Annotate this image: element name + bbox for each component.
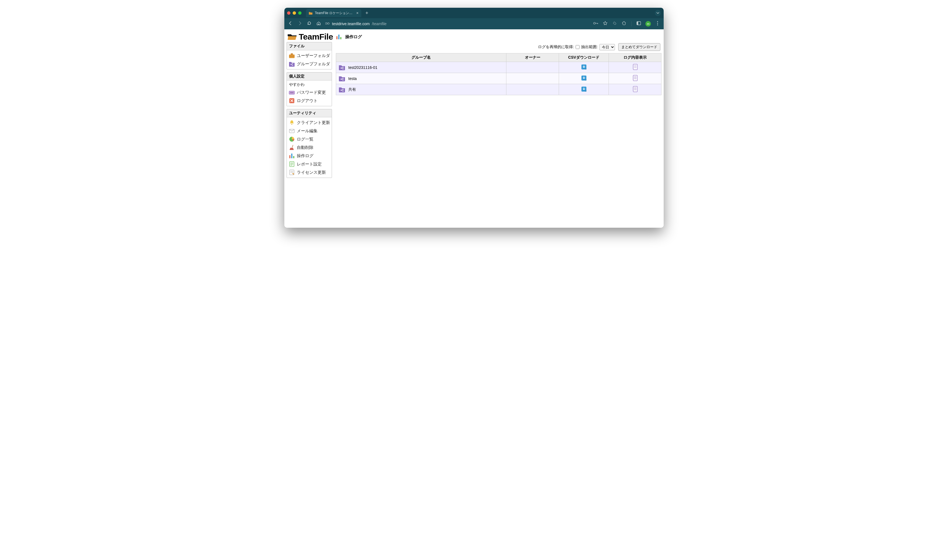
svg-rect-0 [325, 23, 327, 24]
th-log: ログ内容表示 [609, 54, 661, 62]
mail-icon [288, 128, 295, 134]
csv-download-button[interactable] [581, 64, 587, 70]
cell-group-name[interactable]: test20231116-01 [336, 62, 506, 73]
bell-icon [288, 119, 295, 126]
sidebar-item-label: ライセンス更新 [297, 170, 326, 175]
svg-point-51 [342, 79, 344, 80]
profile-avatar[interactable]: m [645, 21, 651, 26]
svg-point-38 [342, 67, 344, 68]
brand-text: TeamFile [299, 32, 333, 42]
sidebar-item-group-folder[interactable]: グループフォルダ [288, 60, 330, 68]
log-toolbar: ログを再帰的に取得: 抽出範囲: 今日 まとめてダウンロード [336, 42, 661, 53]
svg-rect-27 [289, 155, 290, 158]
range-select[interactable]: 今日 [600, 44, 615, 50]
site-info-icon[interactable] [325, 22, 330, 26]
th-owner: オーナー [506, 54, 559, 62]
sidebar-item-label: ユーザーフォルダ [297, 53, 330, 58]
brand-logo[interactable]: TeamFile [287, 32, 333, 42]
share-folder-icon [288, 61, 295, 67]
toolbar-right: m [593, 21, 660, 26]
tab-close-icon[interactable]: × [356, 11, 359, 15]
browser-toolbar: testdrive.teamfile.com/teamfile m [284, 18, 664, 29]
svg-point-62 [342, 89, 344, 90]
recursive-label: ログを再帰的に取得: [538, 45, 574, 49]
address-bar[interactable]: testdrive.teamfile.com/teamfile [325, 22, 387, 26]
utility-panel: ユーティリティ クライアント更新 メール編集 [287, 109, 332, 178]
browser-window: TeamFile ロケーションメニュー × + testdrive.teamfi… [284, 8, 664, 228]
th-csv: CSVダウンロード [559, 54, 609, 62]
svg-rect-29 [293, 156, 294, 158]
back-button[interactable] [288, 21, 293, 26]
sidebar-item-logout[interactable]: ログアウト [288, 97, 330, 105]
svg-rect-1 [328, 23, 329, 24]
sidebar-item-operation-log[interactable]: 操作ログ [288, 152, 330, 160]
sidebar-item-label: ログアウト [297, 98, 318, 103]
side-panel-icon[interactable] [636, 21, 641, 26]
sidebar-item-log-list[interactable]: ログ一覧 [288, 135, 330, 143]
password-icon [288, 89, 295, 96]
sidebar-item-mail-edit[interactable]: メール編集 [288, 127, 330, 135]
kebab-menu-icon[interactable] [655, 21, 660, 26]
utility-panel-title: ユーティリティ [287, 109, 332, 117]
svg-rect-26 [292, 145, 293, 148]
log-view-button[interactable] [632, 64, 638, 70]
browser-tab[interactable]: TeamFile ロケーションメニュー × [306, 9, 361, 17]
svg-rect-11 [338, 35, 339, 39]
extensions-icon[interactable] [621, 21, 627, 26]
svg-rect-15 [289, 56, 294, 57]
share-folder-icon [338, 75, 345, 82]
svg-point-17 [292, 63, 293, 64]
bookmark-star-icon[interactable] [603, 21, 608, 26]
group-name: 共有 [348, 87, 356, 92]
table-row: 共有 [336, 84, 661, 95]
sidebar-item-label: グループフォルダ [297, 62, 330, 67]
share-folder-icon [338, 64, 345, 71]
cell-group-name[interactable]: 共有 [336, 84, 506, 95]
cell-group-name[interactable]: testa [336, 73, 506, 84]
maximize-window-button[interactable] [298, 11, 302, 15]
range-label: 抽出範囲: [581, 45, 598, 49]
extensions-indicator-icon[interactable] [612, 21, 617, 26]
sidebar-item-label: ログ一覧 [297, 137, 313, 142]
svg-point-21 [291, 92, 292, 93]
svg-point-63 [342, 91, 344, 92]
new-tab-button[interactable]: + [364, 10, 370, 16]
cell-csv [559, 73, 609, 84]
svg-point-22 [293, 92, 293, 93]
folder-logo-icon [287, 33, 297, 41]
reload-button[interactable] [307, 21, 312, 26]
recursive-checkbox[interactable] [576, 45, 580, 49]
svg-rect-65 [633, 86, 637, 92]
cell-csv [559, 84, 609, 95]
cell-log [609, 62, 661, 73]
csv-download-button[interactable] [581, 86, 587, 92]
close-window-button[interactable] [287, 11, 290, 15]
sidebar-item-report-settings[interactable]: レポート設定 [288, 160, 330, 168]
sidebar-item-change-password[interactable]: パスワード変更 [288, 88, 330, 97]
minimize-window-button[interactable] [293, 11, 296, 15]
csv-download-button[interactable] [581, 75, 587, 81]
forward-button[interactable] [297, 21, 303, 26]
home-button[interactable] [316, 21, 321, 26]
svg-point-18 [292, 65, 293, 66]
brand-bar: TeamFile 操作ログ [284, 31, 664, 42]
svg-point-39 [342, 68, 344, 69]
username: やすかわ [288, 82, 330, 88]
sidebar-item-auto-delete[interactable]: 自動削除 [288, 143, 330, 152]
sidebar-item-client-update[interactable]: クライアント更新 [288, 118, 330, 127]
svg-point-7 [657, 21, 658, 22]
cell-log [609, 73, 661, 84]
broom-icon [288, 144, 295, 151]
log-view-button[interactable] [632, 86, 638, 92]
svg-rect-12 [340, 37, 341, 39]
download-all-button[interactable]: まとめてダウンロード [618, 43, 660, 51]
tabs-dropdown-button[interactable] [655, 10, 661, 16]
svg-point-9 [657, 25, 658, 25]
window-controls [287, 11, 302, 15]
personal-panel: 個人設定 やすかわ パスワード変更 [287, 72, 332, 106]
key-icon[interactable] [593, 21, 599, 26]
file-panel-title: ファイル [287, 42, 332, 50]
log-view-button[interactable] [632, 75, 638, 82]
sidebar-item-license-update[interactable]: ライセンス更新 [288, 168, 330, 177]
sidebar-item-user-folder[interactable]: ユーザーフォルダ [288, 51, 330, 60]
